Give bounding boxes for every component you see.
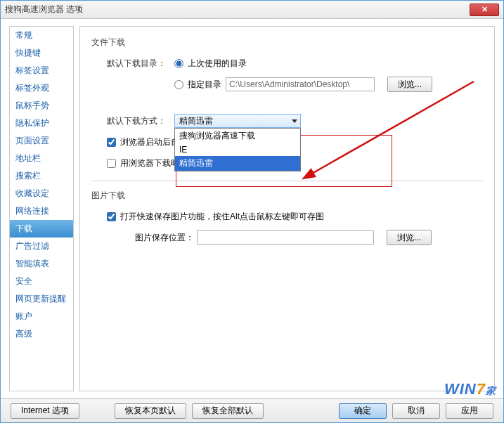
sidebar-item-10[interactable]: 网络连接 [10,202,73,220]
radio-last-used-label: 上次使用的目录 [188,58,247,70]
sidebar-item-4[interactable]: 鼠标手势 [10,97,73,115]
body: 常规快捷键标签设置标签外观鼠标手势隐私保护页面设置地址栏搜索栏收藏设定网络连接下… [1,19,503,391]
row-default-dir: 默认下载目录： 上次使用的目录 [107,56,483,71]
row-image-save-path: 图片保存位置： 浏览... [107,230,483,245]
sidebar-item-5[interactable]: 隐私保护 [10,115,73,132]
titlebar: 搜狗高速浏览器 选项 ✕ [1,1,503,19]
apply-button[interactable]: 应用 [446,403,493,419]
browse-dir-button[interactable]: 浏览... [387,77,432,92]
section-title-image-download: 图片下载 [91,190,483,202]
internet-options-button[interactable]: Internet 选项 [11,403,79,419]
chk-quick-save[interactable] [107,212,116,221]
close-button[interactable]: ✕ [470,4,499,16]
chk-disable[interactable] [107,159,116,168]
browse-image-button[interactable]: 浏览... [387,230,432,245]
radio-last-used-wrap[interactable]: 上次使用的目录 [174,58,247,70]
combo-option-0[interactable]: 搜狗浏览器高速下载 [175,129,300,143]
sidebar-item-17[interactable]: 高级 [10,325,73,343]
sidebar-item-7[interactable]: 地址栏 [10,150,73,167]
restore-page-button[interactable]: 恢复本页默认 [115,403,186,419]
path-input[interactable] [226,77,375,91]
sidebar-item-16[interactable]: 账户 [10,308,73,325]
chk-disable-label: 用浏览器下载时 [120,157,179,169]
cancel-button[interactable]: 取消 [392,403,440,419]
sidebar-item-11[interactable]: 下载 [10,220,73,237]
row-specify-dir: 指定目录 浏览... [107,77,483,92]
section-divider [91,181,483,181]
label-default-dir: 默认下载目录： [107,58,174,70]
chk-quick-save-label: 打开快速保存图片功能，按住Alt点击鼠标左键即可存图 [120,211,324,223]
sidebar-item-2[interactable]: 标签设置 [10,62,73,79]
chk-quick-save-wrap[interactable]: 打开快速保存图片功能，按住Alt点击鼠标左键即可存图 [107,211,324,223]
sidebar-item-3[interactable]: 标签外观 [10,79,73,97]
row-quick-save: 打开快速保存图片功能，按住Alt点击鼠标左键即可存图 [107,209,483,224]
restore-all-button[interactable]: 恢复全部默认 [192,403,264,419]
sidebar-item-14[interactable]: 安全 [10,273,73,290]
ok-button[interactable]: 确定 [339,403,387,419]
label-image-save-path: 图片保存位置： [135,232,194,244]
sidebar-item-0[interactable]: 常规 [10,27,73,44]
sidebar: 常规快捷键标签设置标签外观鼠标手势隐私保护页面设置地址栏搜索栏收藏设定网络连接下… [9,26,74,391]
radio-specify-label: 指定目录 [188,79,221,91]
sidebar-item-13[interactable]: 智能填表 [10,255,73,273]
image-path-input[interactable] [197,230,374,245]
close-icon: ✕ [482,5,488,14]
radio-specify[interactable] [174,80,183,89]
options-window: 搜狗高速浏览器 选项 ✕ 常规快捷键标签设置标签外观鼠标手势隐私保护页面设置地址… [0,0,504,423]
combo-selected-text: 精简迅雷 [179,115,213,127]
chk-disable-wrap[interactable]: 用浏览器下载时 [107,157,179,169]
main-panel: 文件下载 默认下载目录： 上次使用的目录 指定目录 浏览... [79,26,495,391]
download-method-dropdown: 搜狗浏览器高速下载IE精简迅雷 [174,128,301,171]
label-default-method: 默认下载方式： [107,115,174,127]
combo-option-2[interactable]: 精简迅雷 [175,156,300,171]
sidebar-item-6[interactable]: 页面设置 [10,132,73,150]
window-title: 搜狗高速浏览器 选项 [5,4,83,15]
sidebar-item-15[interactable]: 网页更新提醒 [10,290,73,308]
radio-specify-wrap[interactable]: 指定目录 [174,79,221,91]
footer: Internet 选项 恢复本页默认 恢复全部默认 确定 取消 应用 [1,398,503,422]
combo-option-1[interactable]: IE [175,143,300,156]
sidebar-item-1[interactable]: 快捷键 [10,44,73,62]
section-title-file-download: 文件下载 [91,37,483,48]
sidebar-item-8[interactable]: 搜索栏 [10,167,73,185]
radio-last-used[interactable] [174,59,183,68]
sidebar-item-12[interactable]: 广告过滤 [10,237,73,255]
chk-autorun[interactable] [107,138,116,147]
row-default-method: 默认下载方式： 精简迅雷 搜狗浏览器高速下载IE精简迅雷 [107,113,483,129]
download-method-combo[interactable]: 精简迅雷 搜狗浏览器高速下载IE精简迅雷 [174,114,301,128]
chevron-down-icon [292,119,297,123]
sidebar-item-9[interactable]: 收藏设定 [10,185,73,202]
